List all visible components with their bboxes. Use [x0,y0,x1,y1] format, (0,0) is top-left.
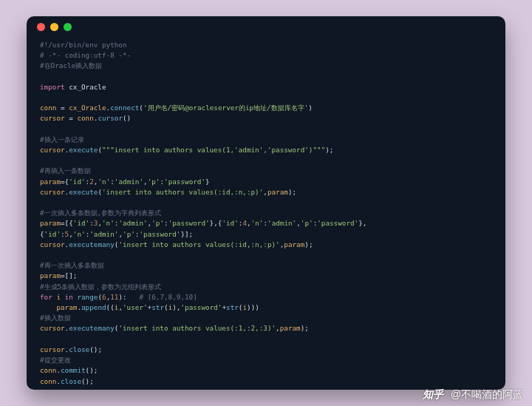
shebang: #!/usr/bin/env python [40,41,127,49]
comment: #生成5条插入数据，参数为元组列表形式 [40,282,161,291]
titlebar [27,16,505,37]
maximize-icon[interactable] [64,23,72,31]
comment: #一次插入多条数据,参数为字典列表形式 [40,209,161,217]
watermark: 知乎 @不喝酒的阿蓝 [420,388,523,402]
minimize-icon[interactable] [50,23,58,31]
code-window: #!/usr/bin/env python # -*- coding:utf-8… [27,16,505,390]
close-icon[interactable] [37,23,45,31]
comment: #在Oracle插入数据 [40,61,102,70]
keyword-import: import [40,83,65,91]
comment: #再插入一条数据 [40,166,91,175]
comment: #再一次插入多条数据 [40,261,104,269]
watermark-text: @不喝酒的阿蓝 [451,388,523,402]
comment: #插入一条记录 [40,135,84,143]
zhihu-logo-icon: 知乎 [420,389,446,401]
comment: #提交更改 [40,356,71,364]
encoding-comment: # -*- coding:utf-8 -*- [40,51,131,59]
code-block: #!/usr/bin/env python # -*- coding:utf-8… [27,37,505,390]
comment: #插入数据 [40,314,71,322]
